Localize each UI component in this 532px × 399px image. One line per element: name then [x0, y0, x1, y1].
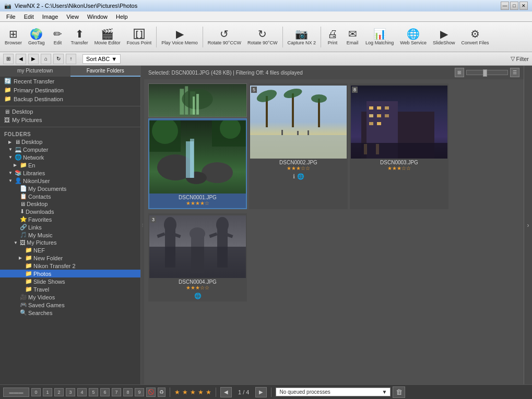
tree-downloads[interactable]: ⬇ Downloads — [0, 208, 140, 215]
zoom-slider[interactable] — [466, 70, 508, 75]
menu-image[interactable]: Image — [38, 13, 63, 21]
browser-button[interactable]: ⊞ Browser — [2, 24, 25, 50]
tree-desktop2[interactable]: 🖥 Desktop — [0, 200, 140, 208]
convert-files-button[interactable]: ⚙ Convert Files — [459, 24, 492, 50]
view-thumbnail-button[interactable]: ⊞ — [455, 68, 464, 77]
menu-help[interactable]: Help — [112, 13, 132, 21]
slideshow-button[interactable]: ▶ SlideShow — [430, 24, 458, 50]
sort-dropdown[interactable]: Sort ABC ▼ — [82, 54, 121, 64]
home-button[interactable]: ⌂ — [41, 54, 51, 64]
desktop-shortcut-item[interactable]: 🖥 Desktop — [0, 107, 140, 116]
maximize-button[interactable]: □ — [510, 2, 518, 10]
title-bar-controls[interactable]: — □ ✕ — [501, 2, 528, 10]
geotag-button[interactable]: 🌍 GeoTag — [26, 24, 48, 50]
tree-photos[interactable]: 📁 Photos — [0, 270, 140, 277]
tree-computer[interactable]: ▼ 💻 Computer — [0, 146, 140, 153]
log-matching-button[interactable]: 📊 Log Matching — [363, 24, 396, 50]
status-num-6[interactable]: 6 — [100, 388, 110, 396]
close-button[interactable]: ✕ — [519, 2, 528, 10]
refresh-button[interactable]: ↻ — [53, 54, 64, 64]
photo-cell-4[interactable]: 3 — [148, 213, 247, 301]
my-music-icon: 🎵 — [20, 232, 27, 238]
web-service-button[interactable]: 🌐 Web Service — [397, 24, 429, 50]
tree-my-documents[interactable]: 📄 My Documents — [0, 185, 140, 192]
star-2[interactable]: ★ — [182, 389, 188, 396]
menu-view[interactable]: View — [62, 13, 83, 21]
star-4[interactable]: ★ — [198, 389, 204, 396]
up-button[interactable]: ↑ — [66, 54, 76, 64]
status-num-4[interactable]: 4 — [77, 388, 87, 396]
tree-nikonuser[interactable]: ▼ 👤 NikonUser — [0, 177, 140, 185]
geotag-icon: 🌍 — [30, 29, 43, 39]
tab-my-picturetown[interactable]: my Picturetown — [0, 66, 70, 77]
status-num-5[interactable]: 5 — [89, 388, 98, 396]
nav-forward-button[interactable]: ▶ — [28, 54, 39, 64]
email-button[interactable]: ✉ Email — [343, 24, 362, 50]
no-rating-button[interactable]: 🚫 — [146, 388, 156, 397]
nef-folder-icon: 📁 — [25, 247, 32, 253]
menu-window[interactable]: Window — [83, 13, 112, 21]
rotate-cw-button[interactable]: ↻ Rotate 90°CW — [245, 24, 280, 50]
tree-contacts[interactable]: 📋 Contacts — [0, 192, 140, 200]
nav-back-button[interactable]: ◀ — [16, 54, 26, 64]
zoom-handle[interactable] — [483, 69, 487, 77]
my-pictures-shortcut-item[interactable]: 🖼 My Pictures — [0, 116, 140, 124]
filter-button[interactable]: ▽ Filter — [511, 55, 529, 62]
tree-new-folder[interactable]: ▶ 📁 New Folder — [0, 254, 140, 262]
tree-slide-shows[interactable]: 📁 Slide Shows — [0, 277, 140, 285]
photo-cell-3[interactable]: 8 — [350, 83, 448, 209]
movie-editor-button[interactable]: 🎬 Movie Editor — [92, 24, 123, 50]
delete-button[interactable]: 🗑 — [393, 386, 405, 398]
print-button[interactable]: 🖨 Print — [323, 24, 342, 50]
tree-libraries[interactable]: ▼ 📚 Libraries — [0, 169, 140, 177]
trash-icon: 🗑 — [396, 388, 403, 396]
status-num-2[interactable]: 2 — [54, 388, 64, 396]
photo-cell-1[interactable]: DSCN0001.JPG ★★★★☆ — [148, 118, 247, 209]
status-num-1[interactable]: 1 — [43, 388, 52, 396]
star-1[interactable]: ★ — [174, 389, 180, 396]
capture-nx2-button[interactable]: 📷 Capture NX 2 — [285, 24, 319, 50]
status-num-0[interactable]: 0 — [31, 388, 41, 396]
primary-destination-item[interactable]: 📁 Primary Destination — [0, 86, 140, 94]
recycle-button[interactable]: ♻ — [158, 388, 165, 397]
prev-photo-button[interactable]: ◀ — [220, 387, 232, 397]
backup-destination-item[interactable]: 📁 Backup Destination — [0, 94, 140, 103]
recent-transfer-item[interactable]: 🔄 Recent Transfer — [0, 77, 140, 86]
grid-view-button[interactable]: ⊞ — [3, 54, 14, 64]
focus-point-button[interactable]: [ ] Focus Point — [124, 24, 155, 50]
tree-nikon-transfer-2[interactable]: 📁 Nikon Transfer 2 — [0, 262, 140, 270]
process-dropdown[interactable]: No queued processes ▼ — [276, 388, 391, 396]
menu-file[interactable]: File — [2, 13, 20, 21]
tree-my-music[interactable]: 🎵 My Music — [0, 231, 140, 239]
play-voice-memo-button[interactable]: ▶ Play Voice Memo — [159, 24, 200, 50]
view-detail-button[interactable]: ☰ — [510, 68, 519, 77]
tree-desktop[interactable]: ▶ 🖥 Desktop — [0, 138, 140, 146]
status-num-8[interactable]: 8 — [123, 388, 133, 396]
tree-nef[interactable]: 📁 NEF — [0, 246, 140, 254]
tab-favorite-folders[interactable]: Favorite Folders — [70, 66, 141, 77]
star-3[interactable]: ★ — [190, 389, 196, 396]
status-num-7[interactable]: 7 — [112, 388, 121, 396]
transfer-button[interactable]: ⬆ Transfer — [68, 24, 91, 50]
tree-my-videos[interactable]: 🎥 My Videos — [0, 293, 140, 301]
tree-network[interactable]: ▼ 🌐 Network — [0, 153, 140, 161]
status-num-9[interactable]: 9 — [135, 388, 144, 396]
photo-cell-2[interactable]: 5 — [249, 83, 348, 209]
tree-saved-games[interactable]: 🎮 Saved Games — [0, 301, 140, 309]
rotate-ccw-button[interactable]: ↺ Rotate 90°CCW — [205, 24, 244, 50]
menu-edit[interactable]: Edit — [20, 13, 38, 21]
tree-travel[interactable]: 📁 Travel — [0, 285, 140, 293]
status-num-3[interactable]: 3 — [66, 388, 75, 396]
minimize-button[interactable]: — — [501, 2, 509, 10]
saved-games-icon: 🎮 — [20, 301, 27, 308]
tree-searches[interactable]: 🔍 Searches — [0, 309, 140, 317]
main-toolbar: ⊞ Browser 🌍 GeoTag ✏ Edit ⬆ Transfer 🎬 M… — [0, 22, 532, 52]
edit-button[interactable]: ✏ Edit — [49, 24, 67, 50]
tree-my-pictures[interactable]: ▼ 🖼 My Pictures — [0, 239, 140, 246]
play-button[interactable]: ▶ — [255, 387, 267, 397]
tree-en[interactable]: ▶ 📁 En — [0, 161, 140, 169]
tree-links[interactable]: 🔗 Links — [0, 223, 140, 231]
right-collapse-button[interactable]: › — [524, 66, 532, 384]
tree-favorites[interactable]: ⭐ Favorites — [0, 215, 140, 223]
star-5[interactable]: ★ — [206, 389, 211, 396]
